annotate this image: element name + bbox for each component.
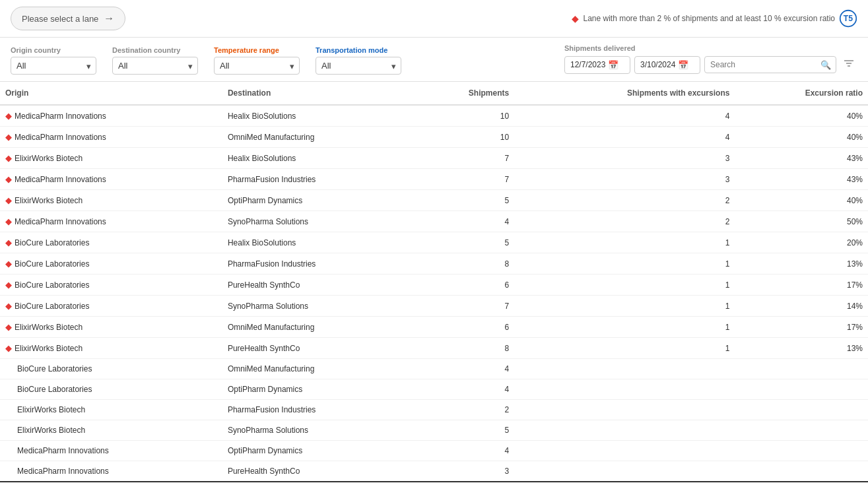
lanes-table: Origin Destination Shipments Shipments w…	[0, 82, 868, 485]
cell-shipments: 8	[415, 253, 514, 275]
cell-origin: BioCure Laboratories	[0, 379, 222, 400]
table-row: ◆ElixirWorks BiotechPureHealth SynthCo81…	[0, 338, 868, 359]
cell-destination: OmniMed Manufacturing	[222, 359, 415, 379]
cell-origin: ◆BioCure Laboratories	[0, 253, 222, 275]
cell-with-excursions: 3	[514, 148, 735, 169]
cell-origin: ◆ElixirWorks Biotech	[0, 190, 222, 211]
cell-destination: OptiPharm Dynamics	[222, 190, 415, 211]
table-row: ◆ElixirWorks BiotechOptiPharm Dynamics52…	[0, 190, 868, 211]
table-row: ◆BioCure LaboratoriesHealix BioSolutions…	[0, 232, 868, 253]
cell-with-excursions	[514, 400, 735, 420]
cell-shipments: 4	[415, 211, 514, 232]
cell-origin: ◆ElixirWorks Biotech	[0, 148, 222, 169]
transportation-mode-select[interactable]: All	[316, 57, 401, 75]
cell-shipments: 10	[415, 105, 514, 127]
cell-excursion-ratio: 14%	[735, 296, 868, 317]
flagged-diamond-icon: ◆	[5, 216, 12, 226]
table-row: ◆BioCure LaboratoriesSynoPharma Solution…	[0, 296, 868, 317]
shipments-delivered-label: Shipments delivered	[564, 44, 857, 52]
search-input[interactable]	[704, 56, 836, 73]
flagged-diamond-icon: ◆	[5, 280, 12, 290]
cell-excursion-ratio: 40%	[735, 127, 868, 148]
cell-destination: SynoPharma Solutions	[222, 296, 415, 317]
table-row: ElixirWorks BiotechSynoPharma Solutions5	[0, 420, 868, 441]
cell-destination: OptiPharm Dynamics	[222, 441, 415, 461]
cell-excursion-ratio	[735, 461, 868, 482]
cell-origin: ◆MedicaPharm Innovations	[0, 105, 222, 127]
temperature-range-select[interactable]: All	[214, 57, 300, 75]
table-row: MedicaPharm InnovationsPureHealth SynthC…	[0, 461, 868, 482]
table-row: ◆ElixirWorks BiotechHealix BioSolutions7…	[0, 148, 868, 169]
flagged-diamond-icon: ◆	[5, 301, 12, 311]
table-footer: Total 105 24 23%	[0, 482, 868, 485]
legend: ◆ Lane with more than 2 % of shipments a…	[572, 9, 857, 28]
filter-options-button[interactable]	[840, 55, 857, 75]
date-to-input[interactable]: 3/10/2024 📅	[634, 56, 700, 74]
total-ratio: 23%	[735, 482, 868, 485]
flagged-diamond-icon: ◆	[5, 153, 12, 163]
col-shipments: Shipments	[415, 82, 514, 105]
cell-excursion-ratio	[735, 441, 868, 461]
select-lane-arrow: →	[104, 13, 114, 24]
cell-with-excursions: 1	[514, 338, 735, 359]
origin-country-select-wrapper[interactable]: All	[11, 57, 96, 75]
cell-destination: Healix BioSolutions	[222, 105, 415, 127]
cell-shipments: 6	[415, 275, 514, 296]
cell-with-excursions	[514, 420, 735, 441]
flagged-diamond-icon: ◆	[5, 259, 12, 269]
cell-shipments: 5	[415, 420, 514, 441]
table-row: BioCure LaboratoriesOptiPharm Dynamics4	[0, 379, 868, 400]
flagged-diamond-icon: ◆	[5, 132, 12, 142]
data-table-container: Origin Destination Shipments Shipments w…	[0, 82, 868, 485]
temperature-range-select-wrapper[interactable]: All	[214, 57, 300, 75]
select-lane-button[interactable]: Please select a lane →	[11, 7, 125, 30]
cell-excursion-ratio: 43%	[735, 148, 868, 169]
cell-excursion-ratio: 13%	[735, 253, 868, 275]
table-row: ◆BioCure LaboratoriesPharmaFusion Indust…	[0, 253, 868, 275]
table-header: Origin Destination Shipments Shipments w…	[0, 82, 868, 105]
destination-country-select[interactable]: All	[112, 57, 198, 75]
svg-text:T5: T5	[844, 14, 853, 23]
cell-shipments: 2	[415, 400, 514, 420]
cell-shipments: 3	[415, 461, 514, 482]
cell-shipments: 4	[415, 359, 514, 379]
destination-country-select-wrapper[interactable]: All	[112, 57, 198, 75]
col-destination: Destination	[222, 82, 415, 105]
cell-shipments: 7	[415, 296, 514, 317]
flagged-diamond-icon: ◆	[5, 238, 12, 247]
table-row: BioCure LaboratoriesOmniMed Manufacturin…	[0, 359, 868, 379]
date-from-input[interactable]: 12/7/2023 📅	[564, 56, 630, 74]
legend-text: Lane with more than 2 % of shipments and…	[583, 14, 835, 23]
flagged-diamond-icon: ◆	[5, 111, 12, 121]
table-body: ◆MedicaPharm InnovationsHealix BioSoluti…	[0, 105, 868, 482]
temperature-range-filter: Temperature range All	[214, 46, 300, 75]
total-with-excursions: 24	[514, 482, 735, 485]
filters-bar: Origin country All Destination country A…	[0, 38, 868, 82]
total-shipments: 105	[415, 482, 514, 485]
cell-shipments: 5	[415, 190, 514, 211]
cell-with-excursions: 1	[514, 317, 735, 338]
transportation-mode-select-wrapper[interactable]: All	[316, 57, 401, 75]
table-row: ◆MedicaPharm InnovationsSynoPharma Solut…	[0, 211, 868, 232]
cell-excursion-ratio	[735, 379, 868, 400]
table-row: ◆MedicaPharm InnovationsHealix BioSoluti…	[0, 105, 868, 127]
cell-excursion-ratio	[735, 359, 868, 379]
table-row: ElixirWorks BiotechPharmaFusion Industri…	[0, 400, 868, 420]
cell-shipments: 8	[415, 338, 514, 359]
legend-diamond-icon: ◆	[572, 13, 579, 24]
date-to-value: 3/10/2024	[640, 60, 675, 69]
temperature-range-label: Temperature range	[214, 46, 300, 54]
cell-excursion-ratio	[735, 420, 868, 441]
cell-excursion-ratio: 40%	[735, 190, 868, 211]
cell-origin: ◆ElixirWorks Biotech	[0, 317, 222, 338]
origin-country-label: Origin country	[11, 46, 96, 54]
cell-excursion-ratio: 50%	[735, 211, 868, 232]
cell-with-excursions: 1	[514, 296, 735, 317]
cell-destination: OmniMed Manufacturing	[222, 317, 415, 338]
cell-destination: SynoPharma Solutions	[222, 420, 415, 441]
flagged-diamond-icon: ◆	[5, 343, 12, 353]
table-row: ◆ElixirWorks BiotechOmniMed Manufacturin…	[0, 317, 868, 338]
flagged-diamond-icon: ◆	[5, 322, 12, 332]
cell-destination: PharmaFusion Industries	[222, 400, 415, 420]
origin-country-select[interactable]: All	[11, 57, 96, 75]
